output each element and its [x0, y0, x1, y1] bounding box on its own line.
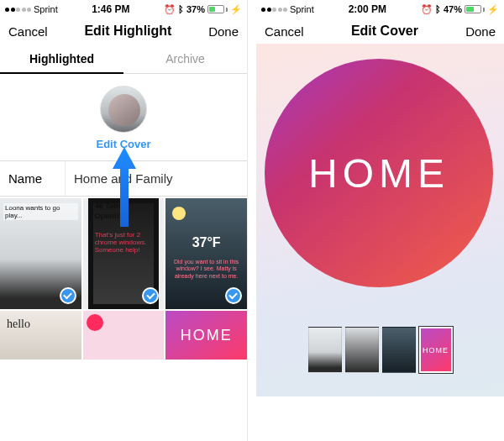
alarm-icon: ⏰: [421, 4, 433, 15]
story-tile[interactable]: 37°F Did you want to sit in this window?…: [165, 198, 247, 309]
tile-caption: 46 Tabs: [95, 202, 123, 210]
battery-icon: [207, 5, 228, 13]
story-grid-row2: hello HOME: [0, 311, 247, 360]
name-row: Name: [0, 160, 247, 197]
tab-archive[interactable]: Archive: [123, 44, 247, 73]
bubble-shape: [87, 314, 103, 331]
tile-caption: Loona wants to go play...: [3, 203, 78, 220]
page-title: Edit Highlight: [84, 24, 171, 39]
done-button[interactable]: Done: [208, 24, 239, 39]
selected-check-icon: [225, 287, 242, 304]
cover-crop-circle[interactable]: HOME: [265, 59, 493, 287]
done-button[interactable]: Done: [465, 24, 496, 39]
strip-thumb-selected[interactable]: HOME: [419, 327, 453, 373]
carrier-label: Sprint: [34, 4, 58, 14]
status-bar: Sprint 2:00 PM ⏰ ᛒ 47% ⚡: [256, 0, 504, 17]
cancel-button[interactable]: Cancel: [8, 24, 48, 39]
nav-bar: Cancel Edit Cover Done: [256, 17, 504, 44]
strip-thumb[interactable]: [345, 327, 379, 373]
battery-percent: 47%: [444, 4, 462, 14]
alarm-icon: ⏰: [164, 4, 176, 15]
story-grid: Loona wants to go play... 46 Tabs Open!!…: [0, 197, 247, 309]
strip-thumb[interactable]: [308, 327, 342, 373]
story-tile[interactable]: HOME: [165, 311, 247, 360]
name-label: Name: [0, 161, 66, 196]
bluetooth-icon: ᛒ: [435, 4, 441, 14]
sun-shape: [172, 207, 186, 220]
tabs: Highlighted Archive: [0, 44, 247, 74]
story-tile[interactable]: 46 Tabs Open!!!!!! That's just for 2 chr…: [83, 198, 165, 309]
story-tile[interactable]: Loona wants to go play...: [0, 198, 81, 309]
thumbnail-strip: HOME: [256, 327, 504, 373]
tile-caption: That's just for 2 chrome windows. Someon…: [95, 232, 165, 254]
status-time: 1:46 PM: [92, 3, 129, 15]
cover-text: HOME: [308, 150, 449, 197]
cover-canvas[interactable]: HOME HOME: [256, 44, 504, 396]
screenshot-edit-cover: Sprint 2:00 PM ⏰ ᛒ 47% ⚡ Cancel Edit Cov…: [256, 0, 504, 441]
cancel-button[interactable]: Cancel: [265, 24, 304, 39]
tile-caption: Open!!!!!!: [95, 212, 129, 220]
signal-dots-icon: [261, 8, 287, 12]
selected-check-icon: [60, 287, 76, 304]
nav-bar: Cancel Edit Highlight Done: [0, 17, 247, 44]
tile-caption: hello: [7, 318, 30, 331]
screenshot-edit-highlight: Sprint 1:46 PM ⏰ ᛒ 37% ⚡ Cancel Edit Hig…: [0, 0, 248, 441]
charging-icon: ⚡: [230, 4, 242, 15]
status-bar: Sprint 1:46 PM ⏰ ᛒ 37% ⚡: [0, 0, 247, 17]
highlight-name-input[interactable]: [66, 161, 247, 196]
battery-icon: [465, 5, 485, 13]
edit-cover-link[interactable]: Edit Cover: [96, 138, 150, 150]
story-tile[interactable]: hello: [0, 311, 81, 360]
strip-thumb[interactable]: [382, 327, 416, 373]
tile-caption: Did you want to sit in this window? I se…: [172, 259, 240, 280]
cover-thumbnail[interactable]: [100, 86, 147, 133]
signal-dots-icon: [5, 8, 31, 12]
story-tile[interactable]: [83, 311, 165, 360]
tile-text: HOME: [181, 327, 233, 344]
tab-highlighted[interactable]: Highlighted: [0, 44, 123, 74]
battery-percent: 37%: [186, 4, 205, 14]
status-time: 2:00 PM: [349, 3, 386, 15]
cover-section: Edit Cover: [0, 74, 247, 160]
tile-temp: 37°F: [165, 235, 247, 250]
page-title: Edit Cover: [351, 24, 418, 39]
strip-thumb-text: HOME: [423, 346, 449, 354]
carrier-label: Sprint: [290, 4, 314, 14]
charging-icon: ⚡: [487, 4, 499, 15]
bluetooth-icon: ᛒ: [178, 4, 184, 14]
